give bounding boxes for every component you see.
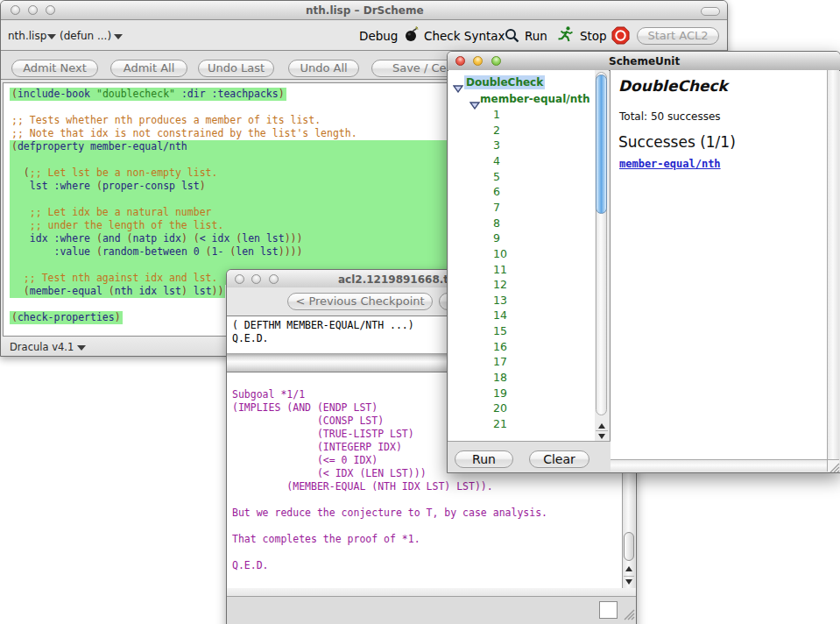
undo-last-button[interactable]: Undo Last xyxy=(198,60,274,77)
tree-scrollbar[interactable] xyxy=(595,70,609,441)
tree-item-case-15[interactable]: 15 xyxy=(493,324,507,337)
start-acl2-button[interactable]: Start ACL2 xyxy=(637,27,719,45)
resize-grip-icon[interactable] xyxy=(622,607,635,624)
scroll-down-arrow-icon[interactable] xyxy=(625,579,632,585)
acl2-scroll-thumb[interactable] xyxy=(624,532,634,561)
collapse-arrow-icon[interactable] xyxy=(469,96,480,104)
undo-all-button[interactable]: Undo All xyxy=(288,60,359,77)
admit-next-button[interactable]: Admit Next xyxy=(11,60,98,77)
admit-all-button[interactable]: Admit All xyxy=(110,60,187,77)
tree-item-case-3[interactable]: 3 xyxy=(493,138,500,152)
detail-total: Total: 50 successes xyxy=(619,110,721,123)
magnifier-icon[interactable] xyxy=(505,28,520,47)
collapse-arrow-icon[interactable] xyxy=(453,80,463,88)
window-title: nth.lisp – DrScheme xyxy=(306,4,424,17)
window-schemeunit: SchemeUnit DoubleCheck member-equal/nth … xyxy=(447,51,840,473)
drscheme-titlebar[interactable]: nth.lisp – DrScheme xyxy=(1,1,727,20)
tree-item-doublecheck[interactable]: DoubleCheck xyxy=(464,75,545,89)
zoom-button[interactable] xyxy=(491,56,501,66)
success-link[interactable]: member-equal/nth xyxy=(619,158,721,170)
acl2-hscroll-track[interactable] xyxy=(227,588,636,597)
tree-item-case-9[interactable]: 9 xyxy=(493,231,500,245)
file-dropdown[interactable]: nth.lisp xyxy=(8,30,46,42)
detail-heading: DoubleCheck xyxy=(618,77,728,95)
scroll-up-arrow-icon[interactable] xyxy=(598,423,605,429)
acl2-proof-line xyxy=(227,493,622,507)
drscheme-toolbar: nth.lisp (defun ...) Debug Check Syntax xyxy=(1,20,727,50)
tree-item-case-12[interactable]: 12 xyxy=(493,278,507,291)
tree-item-case-18[interactable]: 18 xyxy=(493,371,507,384)
acl2-proof-line: (MEMBER-EQUAL (NTH IDX LST) LST)). xyxy=(227,480,622,493)
tree-item-case-7[interactable]: 7 xyxy=(493,201,500,214)
scroll-down-arrow-icon[interactable] xyxy=(598,434,605,439)
acl2-proof-line xyxy=(227,546,622,559)
window-title: SchemeUnit xyxy=(609,55,680,67)
tree-item-case-17[interactable]: 17 xyxy=(493,355,507,368)
runner-icon[interactable] xyxy=(556,25,575,47)
stop-octagon-icon[interactable] xyxy=(611,26,630,48)
close-button[interactable] xyxy=(11,5,20,15)
zoom-button[interactable] xyxy=(46,5,55,15)
toolbar-toggle-lozenge[interactable] xyxy=(701,7,720,16)
acl2-proof-line: That completes the proof of *1. xyxy=(227,533,622,546)
dracula-version-arrow-icon[interactable] xyxy=(77,345,86,351)
window-title: acl2.1219891668.txt xyxy=(338,273,461,286)
close-button[interactable] xyxy=(455,56,465,66)
tree-item-case-19[interactable]: 19 xyxy=(493,386,507,400)
minimize-button[interactable] xyxy=(473,56,483,66)
minimize-button[interactable] xyxy=(28,5,38,15)
close-button[interactable] xyxy=(235,274,244,284)
tree-item-member-equal-nth[interactable]: member-equal/nth xyxy=(480,93,589,105)
acl2-proof-line: Q.E.D. xyxy=(227,559,622,572)
previous-checkpoint-button[interactable]: < Previous Checkpoint xyxy=(287,293,433,310)
stop-button[interactable]: Stop xyxy=(580,29,607,43)
test-tree: DoubleCheck member-equal/nth 12345678910… xyxy=(448,70,595,441)
acl2-bottom-panel xyxy=(227,597,636,624)
detail-vertical-scrollbar[interactable] xyxy=(827,70,839,459)
file-dropdown-arrow-icon[interactable] xyxy=(47,34,56,39)
clear-button[interactable]: Clear xyxy=(529,450,589,468)
defun-dropdown-arrow-icon[interactable] xyxy=(114,34,123,39)
tree-item-case-8[interactable]: 8 xyxy=(493,216,500,230)
desktop: nth.lisp – DrScheme nth.lisp (defun ...)… xyxy=(0,0,840,624)
tree-scroll-thumb[interactable] xyxy=(596,74,607,214)
bomb-icon[interactable] xyxy=(403,25,420,46)
tree-item-case-13[interactable]: 13 xyxy=(493,294,507,307)
tree-item-case-16[interactable]: 16 xyxy=(493,340,507,353)
tree-item-case-21[interactable]: 21 xyxy=(493,417,507,430)
tree-item-case-11[interactable]: 11 xyxy=(493,263,507,276)
tree-item-case-6[interactable]: 6 xyxy=(493,185,500,198)
tree-item-case-2[interactable]: 2 xyxy=(493,124,500,137)
tree-item-case-1[interactable]: 1 xyxy=(493,108,500,121)
resize-grip-icon[interactable] xyxy=(827,459,839,472)
schemeunit-button-panel: Run Clear xyxy=(448,441,611,472)
acl2-proof-line xyxy=(227,520,622,533)
tree-item-case-20[interactable]: 20 xyxy=(493,401,507,415)
schemeunit-titlebar[interactable]: SchemeUnit xyxy=(448,52,840,71)
run-button[interactable]: Run xyxy=(525,29,547,43)
minimize-button[interactable] xyxy=(251,274,261,284)
successes-heading: Successes (1/1) xyxy=(618,133,736,151)
tree-item-case-10[interactable]: 10 xyxy=(493,247,507,260)
run-tests-button[interactable]: Run xyxy=(455,450,513,468)
tree-item-case-5[interactable]: 5 xyxy=(493,170,500,183)
acl2-lock-box[interactable] xyxy=(599,601,618,619)
defun-dropdown[interactable]: (defun ...) xyxy=(60,30,111,42)
acl2-proof-line: But we reduce the conjecture to T, by ca… xyxy=(227,507,622,520)
debug-button[interactable]: Debug xyxy=(359,29,398,43)
tree-item-case-14[interactable]: 14 xyxy=(493,308,507,322)
tree-item-case-4[interactable]: 4 xyxy=(493,154,500,167)
dracula-version-dropdown[interactable]: Dracula v4.1 xyxy=(10,341,74,353)
result-detail-pane: DoubleCheck Total: 50 successes Successe… xyxy=(611,70,827,459)
zoom-button[interactable] xyxy=(269,274,279,284)
check-syntax-button[interactable]: Check Syntax xyxy=(424,29,505,43)
scroll-up-arrow-icon[interactable] xyxy=(625,566,632,571)
detail-horizontal-scrollbar[interactable] xyxy=(611,459,827,472)
